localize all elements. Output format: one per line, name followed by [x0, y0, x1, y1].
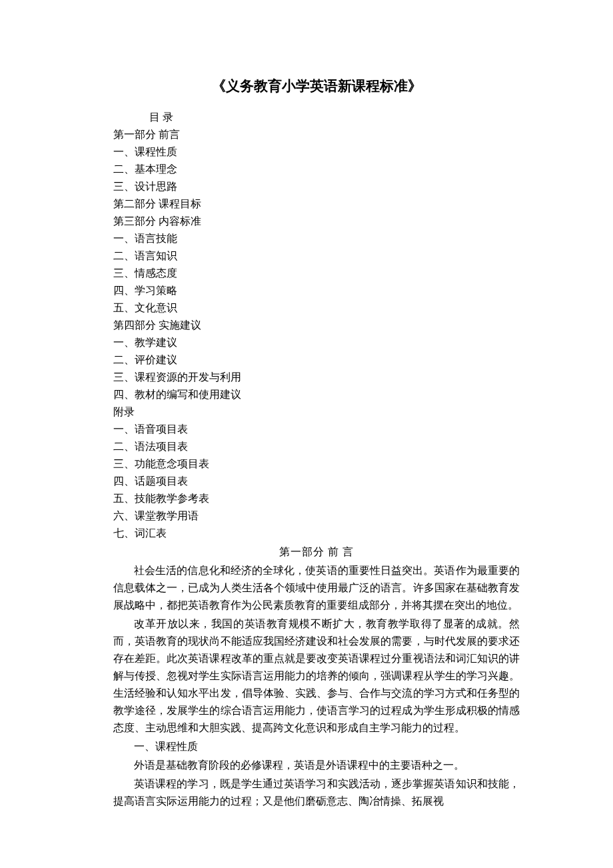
toc-item: 七、词汇表	[113, 525, 520, 542]
toc-item: 附录	[113, 403, 520, 421]
sub-heading-course-nature: 一、课程性质	[113, 738, 520, 755]
toc-item: 五、技能教学参考表	[113, 490, 520, 507]
toc-item: 三、课程资源的开发与利用	[113, 369, 520, 386]
toc-item: 第二部分 课程目标	[113, 195, 520, 213]
document-title: 《义务教育小学英语新课程标准》	[113, 77, 520, 95]
toc-item: 一、语音项目表	[113, 421, 520, 438]
toc-item: 二、基本理念	[113, 161, 520, 178]
toc-item: 二、语法项目表	[113, 438, 520, 455]
body-paragraph: 外语是基础教育阶段的必修课程，英语是外语课程中的主要语种之一。	[113, 757, 520, 774]
toc-item: 三、设计思路	[113, 178, 520, 195]
toc-item: 五、文化意识	[113, 299, 520, 317]
body-paragraph: 社会生活的信息化和经济的全球化，使英语的重要性日益突出。英语作为最重要的信息载体…	[113, 562, 520, 614]
toc-item: 六、课堂教学用语	[113, 507, 520, 525]
toc-item: 第四部分 实施建议	[113, 317, 520, 334]
toc-item: 三、情感态度	[113, 265, 520, 282]
toc-item: 四、教材的编写和使用建议	[113, 386, 520, 403]
section-header-part1: 第一部分 前 言	[113, 543, 520, 561]
toc-heading: 目 录	[113, 109, 520, 126]
toc-item: 二、评价建议	[113, 351, 520, 369]
toc-item: 一、语言技能	[113, 230, 520, 247]
toc-item: 第一部分 前言	[113, 126, 520, 143]
body-paragraph: 英语课程的学习，既是学生通过英语学习和实践活动，逐步掌握英语知识和技能，提高语言…	[113, 775, 520, 810]
toc-item: 二、语言知识	[113, 247, 520, 265]
toc-item: 第三部分 内容标准	[113, 213, 520, 230]
toc-item: 四、学习策略	[113, 282, 520, 299]
toc-item: 三、功能意念项目表	[113, 455, 520, 473]
toc-item: 一、课程性质	[113, 143, 520, 161]
body-paragraph: 改革开放以来，我国的英语教育规模不断扩大，教育教学取得了显著的成就。然而，英语教…	[113, 615, 520, 737]
toc-item: 一、教学建议	[113, 334, 520, 351]
toc-item: 四、话题项目表	[113, 473, 520, 490]
document-page: 《义务教育小学英语新课程标准》 目 录 第一部分 前言 一、课程性质 二、基本理…	[0, 0, 613, 868]
